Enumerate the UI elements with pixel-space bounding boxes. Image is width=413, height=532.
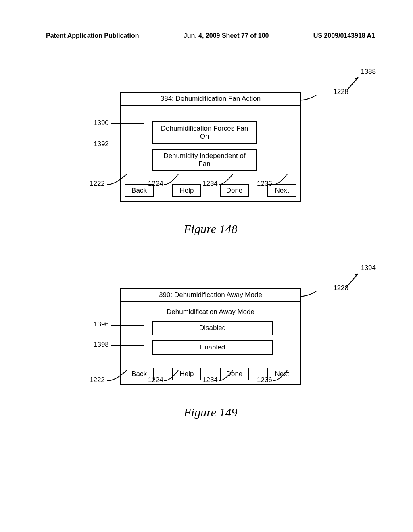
ref-nav: 1224 [148,376,163,384]
lead-line-icon [111,345,144,346]
ref-option: 1398 [94,341,109,349]
figure-148-block: 1388 1228 384: Dehumidification Fan Acti… [57,72,364,202]
lead-line-icon [273,370,289,382]
ref-nav: 1222 [90,376,105,384]
lead-line-icon [111,325,144,326]
ref-nav: 1224 [148,180,163,188]
header-center: Jun. 4, 2009 Sheet 77 of 100 [184,32,269,39]
ref-option: 1392 [94,140,109,148]
option-independent-of-fan[interactable]: Dehumidify Independent of Fan [152,149,257,171]
option-forces-fan-on[interactable]: Dehumidification Forces Fan On [152,121,257,144]
option-enabled[interactable]: Enabled [152,340,273,355]
header-right: US 2009/0143918 A1 [313,32,375,39]
ref-option: 1396 [94,320,109,328]
screen-title: 384: Dehumidification Fan Action [121,93,300,106]
ref-nav: 1234 [202,180,218,188]
figure-caption: Figure 148 [44,222,377,236]
lead-line-icon [273,173,289,185]
lead-line-icon [164,173,180,185]
option-row: Dehumidification Forces Fan On [128,121,293,144]
help-button[interactable]: Help [172,184,201,197]
ref-nav: 1222 [90,180,105,188]
lead-line-icon [219,173,235,185]
ref-nav: 1236 [257,376,272,384]
ref-title: 1228 [333,88,348,96]
ref-nav: 1234 [202,376,218,384]
lead-line-icon [107,370,127,382]
figure-caption: Figure 149 [44,405,377,419]
screen-subtitle: Dehumidification Away Mode [128,308,293,316]
screen-body: Dehumidification Forces Fan On Dehumidif… [121,106,300,181]
lead-line-icon [107,173,127,185]
lead-line-icon [219,370,235,382]
done-button[interactable]: Done [220,184,249,197]
ref-nav: 1236 [257,180,272,188]
header-left: Patent Application Publication [46,32,139,39]
lead-line-icon [164,370,180,382]
arrow-icon [347,74,363,90]
patent-page: Patent Application Publication Jun. 4, 2… [0,0,413,532]
lead-line-icon [111,123,144,124]
screen-title: 390: Dehumidification Away Mode [121,289,300,302]
option-row: Dehumidify Independent of Fan [128,149,293,171]
arrow-icon [347,270,363,287]
ref-option: 1390 [94,119,109,127]
ref-title: 1228 [333,284,348,292]
figure-149-block: 1394 1228 390: Dehumidification Away Mod… [57,268,364,385]
page-header: Patent Application Publication Jun. 4, 2… [44,32,377,39]
option-row: Enabled [128,340,293,355]
option-disabled[interactable]: Disabled [152,321,273,335]
screen-body: Dehumidification Away Mode Disabled Enab… [121,302,300,364]
lead-line-icon [111,145,144,145]
option-row: Disabled [128,321,293,335]
